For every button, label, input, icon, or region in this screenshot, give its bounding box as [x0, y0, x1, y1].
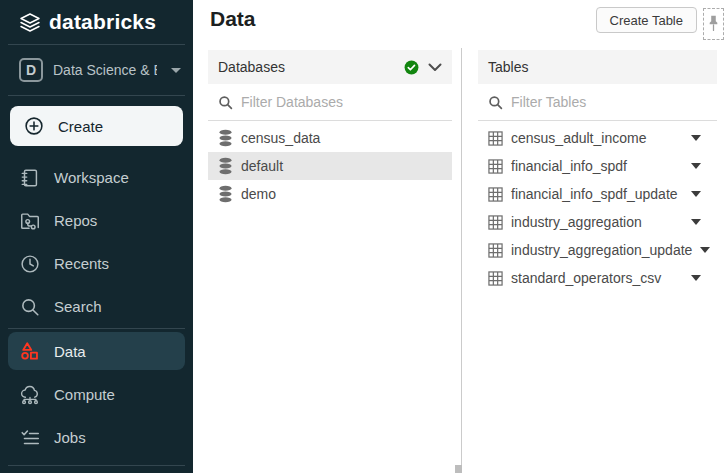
table-name: industry_aggregation_update	[511, 242, 692, 258]
workspace-initial-badge: D	[19, 58, 43, 82]
databricks-logo-icon	[18, 11, 40, 33]
databases-panel-title: Databases	[218, 59, 285, 75]
databases-panel-header: Databases	[208, 50, 452, 84]
sidebar-item-label: Recents	[54, 255, 109, 272]
table-row[interactable]: industry_aggregation_update	[478, 236, 717, 264]
clock-icon	[19, 253, 41, 275]
database-name: default	[241, 158, 283, 174]
workspace-selector-label: Data Science & E...	[53, 62, 157, 78]
table-name: financial_info_spdf_update	[511, 186, 678, 202]
tables-list: census_adult_income financial_info_spdf …	[478, 121, 717, 292]
sidebar-divider	[8, 465, 185, 466]
database-row[interactable]: demo	[208, 180, 452, 208]
table-grid-icon	[488, 131, 503, 146]
search-icon	[19, 296, 41, 318]
databases-list: census_data default demo	[208, 121, 452, 208]
page-title: Data	[210, 7, 256, 31]
data-shapes-icon	[19, 340, 41, 362]
databases-panel: Databases census	[208, 50, 452, 208]
database-name: census_data	[241, 130, 320, 146]
tables-filter-row	[478, 84, 717, 121]
table-row[interactable]: industry_aggregation	[478, 208, 717, 236]
plus-circle-icon	[23, 115, 45, 137]
table-row[interactable]: financial_info_spdf_update	[478, 180, 717, 208]
table-name: census_adult_income	[511, 130, 646, 146]
caret-down-icon	[171, 68, 181, 73]
sidebar-item-label: Compute	[54, 386, 115, 403]
create-table-button[interactable]: Create Table	[596, 7, 697, 33]
jobs-checklist-icon	[19, 427, 41, 449]
brand-logo[interactable]: databricks	[0, 0, 193, 44]
brand-wordmark: databricks	[49, 10, 156, 34]
search-icon	[488, 95, 503, 110]
caret-down-icon[interactable]	[691, 219, 701, 225]
search-icon	[218, 95, 233, 110]
sidebar-item-jobs[interactable]: Jobs	[0, 416, 193, 459]
caret-down-icon[interactable]	[691, 163, 701, 169]
panel-resize-handle[interactable]	[455, 465, 462, 473]
table-row[interactable]: standard_operators_csv	[478, 264, 717, 292]
sidebar-item-label: Workspace	[54, 169, 129, 186]
sidebar-item-data[interactable]: Data	[8, 332, 185, 370]
compute-cluster-icon	[19, 384, 41, 406]
table-row[interactable]: financial_info_spdf	[478, 152, 717, 180]
chevron-down-icon[interactable]	[428, 63, 442, 72]
database-row-selected[interactable]: default	[208, 152, 452, 180]
caret-down-icon[interactable]	[691, 191, 701, 197]
workspace-notebook-icon	[19, 167, 41, 189]
sidebar-item-workspace[interactable]: Workspace	[0, 156, 193, 199]
table-grid-icon	[488, 271, 503, 286]
table-grid-icon	[488, 187, 503, 202]
green-check-badge-icon	[404, 60, 419, 75]
filter-tables-input[interactable]	[511, 94, 707, 110]
database-icon	[218, 129, 233, 147]
sidebar-item-label: Search	[54, 298, 102, 315]
table-grid-icon	[488, 215, 503, 230]
database-icon	[218, 157, 233, 175]
table-name: industry_aggregation	[511, 214, 642, 230]
table-name: standard_operators_csv	[511, 270, 661, 286]
database-row[interactable]: census_data	[208, 124, 452, 152]
caret-down-icon[interactable]	[691, 135, 701, 141]
filter-databases-input[interactable]	[241, 94, 442, 110]
create-button[interactable]: Create	[10, 106, 183, 146]
table-name: financial_info_spdf	[511, 158, 627, 174]
sidebar-item-label: Jobs	[54, 429, 86, 446]
sidebar-item-search[interactable]: Search	[0, 285, 193, 328]
pin-icon[interactable]	[703, 8, 724, 40]
sidebar-item-recents[interactable]: Recents	[0, 242, 193, 285]
database-name: demo	[241, 186, 276, 202]
caret-down-icon[interactable]	[700, 247, 710, 253]
table-row[interactable]: census_adult_income	[478, 124, 717, 152]
tables-panel-header: Tables	[478, 50, 717, 84]
sidebar-divider	[8, 328, 185, 329]
sidebar: databricks D Data Science & E... Create …	[0, 0, 193, 473]
sidebar-item-label: Repos	[54, 212, 97, 229]
databases-filter-row	[208, 84, 452, 121]
tables-panel: Tables census_adult_income f	[478, 50, 717, 292]
panel-divider	[461, 48, 462, 473]
workspace-selector[interactable]: D Data Science & E...	[0, 45, 193, 95]
sidebar-item-label: Data	[54, 343, 86, 360]
create-button-label: Create	[58, 118, 103, 135]
sidebar-item-repos[interactable]: Repos	[0, 199, 193, 242]
database-icon	[218, 185, 233, 203]
sidebar-divider	[8, 95, 185, 96]
table-grid-icon	[488, 243, 503, 258]
caret-down-icon[interactable]	[691, 275, 701, 281]
tables-panel-title: Tables	[488, 59, 528, 75]
sidebar-item-compute[interactable]: Compute	[0, 373, 193, 416]
table-grid-icon	[488, 159, 503, 174]
repos-folder-icon	[19, 210, 41, 232]
